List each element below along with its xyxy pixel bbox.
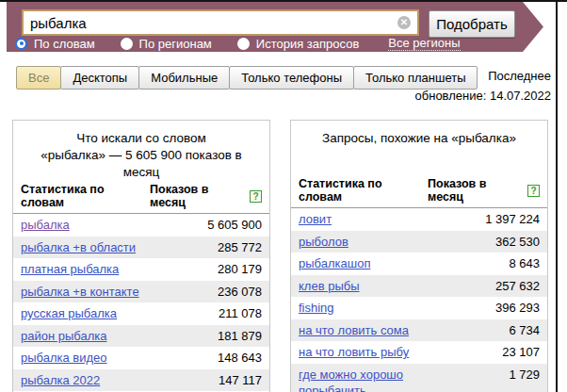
keyword-link[interactable]: рыбалка +в контакте bbox=[21, 284, 139, 301]
impressions-value: 236 078 bbox=[210, 284, 262, 301]
table-header: Статистика по словам Показов в месяц ? bbox=[291, 175, 547, 208]
impressions-value: 6 734 bbox=[501, 322, 540, 339]
impressions-value: 147 117 bbox=[211, 372, 262, 389]
table-row: ловит1 397 224 bbox=[291, 208, 547, 231]
table-row: рыбалка 2022147 117 bbox=[13, 369, 269, 392]
impressions-value: 181 879 bbox=[210, 328, 262, 345]
similar-queries-table: Запросы, похожие на «рыбалка» Статистика… bbox=[290, 120, 548, 392]
value-column-header: Показов в месяц ? bbox=[428, 177, 540, 204]
help-icon[interactable]: ? bbox=[527, 185, 540, 197]
table-row: русская рыбалка211 078 bbox=[13, 302, 269, 325]
keyword-link[interactable]: на что ловить сома bbox=[299, 322, 409, 339]
keyword-link[interactable]: fishing bbox=[299, 300, 334, 317]
keyword-link[interactable]: район рыбалка bbox=[21, 328, 106, 345]
search-mode-radio[interactable]: По словам bbox=[15, 37, 95, 51]
value-column-label: Показов в месяц bbox=[150, 183, 247, 209]
table-rows: ловит1 397 224рыболов362 530рыбалкашоп8 … bbox=[291, 208, 547, 392]
device-tab[interactable]: Десктопы bbox=[60, 66, 139, 90]
keyword-link[interactable]: рыбалка bbox=[21, 217, 70, 234]
keyword-link[interactable]: русская рыбалка bbox=[21, 305, 117, 322]
search-input-wrap: ✕ bbox=[22, 9, 419, 36]
impressions-value: 285 772 bbox=[210, 239, 262, 256]
submit-button[interactable]: Подобрать bbox=[429, 10, 515, 38]
radio-label: По регионам bbox=[139, 37, 212, 51]
value-column-label: Показов в месяц bbox=[428, 177, 525, 204]
search-bar: ✕ Подобрать По словамПо регионамИстория … bbox=[7, 2, 543, 52]
table-title: Запросы, похожие на «рыбалка» bbox=[291, 121, 547, 175]
keyword-link[interactable]: рыбалкашоп bbox=[299, 255, 370, 272]
keyword-link[interactable]: клев рыбы bbox=[299, 278, 360, 295]
device-tab[interactable]: Мобильные bbox=[138, 66, 230, 90]
keyword-link[interactable]: рыбалка 2022 bbox=[21, 372, 100, 389]
impressions-value: 211 078 bbox=[211, 305, 262, 322]
impressions-value: 257 632 bbox=[488, 278, 540, 295]
keyword-link[interactable]: рыболов bbox=[299, 234, 348, 251]
table-row: fishing396 293 bbox=[291, 297, 547, 319]
clear-icon[interactable]: ✕ bbox=[397, 16, 411, 29]
impressions-value: 5 605 900 bbox=[200, 217, 262, 234]
search-mode-radio[interactable]: По регионам bbox=[121, 37, 212, 51]
keyword-link[interactable]: где можно хорошо порыбачить bbox=[299, 367, 461, 392]
search-mode-radio[interactable]: История запросов bbox=[237, 37, 360, 51]
table-row: на что ловить рыбу23 107 bbox=[291, 341, 547, 364]
table-row: рыбалка5 605 900 bbox=[13, 214, 269, 237]
mode-list: По словамПо регионамИстория запросов bbox=[15, 37, 384, 51]
impressions-value: 1 729 bbox=[501, 367, 540, 384]
value-column-header: Показов в месяц ? bbox=[150, 183, 262, 209]
keyword-link[interactable]: ловит bbox=[299, 211, 332, 228]
impressions-value: 280 179 bbox=[210, 261, 262, 278]
keyword-link[interactable]: рыбалка +в области bbox=[21, 239, 136, 256]
impressions-value: 396 293 bbox=[488, 300, 540, 317]
keyword-link[interactable]: на что ловить рыбу bbox=[299, 344, 409, 361]
radio-icon[interactable] bbox=[15, 38, 27, 50]
table-row: рыбалка +в контакте236 078 bbox=[13, 281, 269, 303]
all-regions-link[interactable]: Все регионы bbox=[388, 36, 460, 51]
radio-label: История запросов bbox=[256, 37, 360, 51]
last-update: Последнее обновление: 14.07.2022 bbox=[391, 66, 551, 106]
help-icon[interactable]: ? bbox=[250, 190, 262, 203]
impressions-value: 8 643 bbox=[501, 255, 540, 272]
search-input[interactable] bbox=[22, 9, 419, 36]
table-row: рыбалкашоп8 643 bbox=[291, 253, 547, 275]
last-update-line1: Последнее bbox=[391, 66, 551, 86]
search-modes: По словамПо регионамИстория запросов Все… bbox=[15, 36, 461, 51]
table-row: клев рыбы257 632 bbox=[291, 275, 547, 298]
keyword-link[interactable]: рыбалка видео bbox=[21, 350, 107, 367]
table-rows: рыбалка5 605 900рыбалка +в области285 77… bbox=[13, 214, 269, 392]
keyword-column-header: Статистика по словам bbox=[21, 183, 150, 209]
radio-label: По словам bbox=[34, 37, 95, 51]
table-row: рыбалка +в области285 772 bbox=[13, 237, 269, 259]
radio-icon[interactable] bbox=[121, 38, 133, 50]
table-row: платная рыбалка280 179 bbox=[13, 258, 269, 281]
table-row: где можно хорошо порыбачить1 729 bbox=[291, 364, 547, 392]
last-update-line2: обновление: 14.07.2022 bbox=[391, 86, 551, 106]
impressions-value: 148 643 bbox=[210, 350, 262, 367]
table-header: Статистика по словам Показов в месяц ? bbox=[13, 181, 269, 214]
window-right-border bbox=[556, 0, 558, 392]
table-title: Что искали со словом «рыбалка» — 5 605 9… bbox=[13, 121, 269, 181]
keyword-column-header: Статистика по словам bbox=[299, 177, 428, 204]
radio-icon[interactable] bbox=[237, 38, 250, 50]
table-row: рыбалка видео148 643 bbox=[13, 347, 269, 369]
table-row: на что ловить сома6 734 bbox=[291, 319, 547, 342]
keyword-link[interactable]: платная рыбалка bbox=[21, 261, 119, 278]
table-row: район рыбалка181 879 bbox=[13, 325, 269, 348]
window-top-border bbox=[0, 0, 567, 2]
impressions-value: 1 397 224 bbox=[478, 211, 540, 228]
device-tab[interactable]: Только телефоны bbox=[229, 66, 354, 90]
impressions-value: 362 530 bbox=[488, 234, 540, 251]
impressions-value: 23 107 bbox=[494, 344, 540, 361]
table-row: рыболов362 530 bbox=[291, 231, 547, 253]
searched-with-word-table: Что искали со словом «рыбалка» — 5 605 9… bbox=[12, 120, 270, 392]
device-tab[interactable]: Все bbox=[16, 66, 61, 90]
